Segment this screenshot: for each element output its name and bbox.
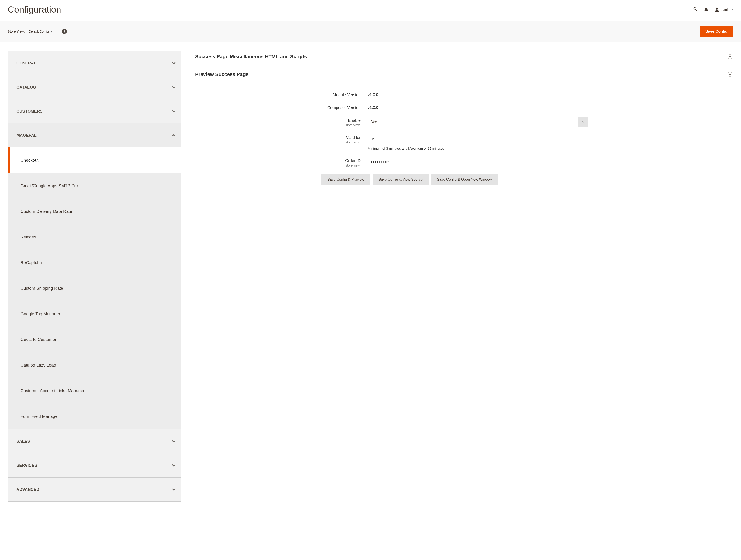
sidebar-section-catalog[interactable]: CATALOG <box>8 75 181 99</box>
sidebar-item[interactable]: Catalog Lazy Load <box>8 352 181 378</box>
sidebar-section-title: CATALOG <box>16 85 36 90</box>
save-config-button[interactable]: Save Config <box>700 26 733 37</box>
sidebar-section-general[interactable]: GENERAL <box>8 51 181 75</box>
sidebar-item[interactable]: Gmail/Google Apps SMTP Pro <box>8 173 181 199</box>
enable-select[interactable]: Yes <box>368 117 588 127</box>
sidebar-item[interactable]: Form Field Manager <box>8 404 181 429</box>
fieldset-preview-success[interactable]: Preview Success Page <box>195 69 733 82</box>
enable-label: Enable <box>348 118 360 123</box>
page-title: Configuration <box>8 4 61 15</box>
order-id-scope: [store view] <box>195 163 360 167</box>
save-config-new-window-button[interactable]: Save Config & Open New Window <box>431 174 498 185</box>
sidebar-item[interactable]: Reindex <box>8 224 181 250</box>
search-icon[interactable] <box>693 7 698 12</box>
sidebar-item[interactable]: Checkout <box>8 147 181 173</box>
store-view-label: Store View: <box>8 30 25 33</box>
chevron-down-icon <box>172 110 176 113</box>
fieldset-success-html[interactable]: Success Page Miscellaneous HTML and Scri… <box>195 51 733 64</box>
composer-version-label: Composer Version <box>327 106 360 110</box>
valid-for-input[interactable] <box>368 134 588 144</box>
enable-select-value: Yes <box>368 117 578 127</box>
admin-username: admin <box>721 8 729 11</box>
store-view-switcher[interactable]: Default Config ▼ <box>29 30 53 33</box>
sidebar-section-sales[interactable]: SALES <box>8 429 181 453</box>
sidebar-item[interactable]: Guest to Customer <box>8 327 181 352</box>
sidebar-section-title: CUSTOMERS <box>16 109 43 114</box>
chevron-down-icon <box>172 85 176 89</box>
sidebar-section-title: ADVANCED <box>16 487 39 492</box>
chevron-down-icon <box>172 488 176 491</box>
save-config-view-source-button[interactable]: Save Config & View Source <box>373 174 429 185</box>
sidebar-section-services[interactable]: SERVICES <box>8 453 181 477</box>
sidebar-section-title: SALES <box>16 439 30 444</box>
sidebar-section-title: GENERAL <box>16 61 37 66</box>
valid-for-note: Minimum of 3 minutes and Maximum of 15 m… <box>368 146 590 150</box>
header-actions: admin ▼ <box>693 7 733 12</box>
user-icon <box>715 7 720 12</box>
chevron-down-icon <box>578 117 588 127</box>
sidebar-section-customers[interactable]: CUSTOMERS <box>8 99 181 123</box>
sidebar-item[interactable]: Google Tag Manager <box>8 301 181 327</box>
config-content: Success Page Miscellaneous HTML and Scri… <box>195 51 733 185</box>
sidebar-item[interactable]: ReCaptcha <box>8 250 181 276</box>
notifications-icon[interactable] <box>704 7 709 12</box>
fieldset-title: Success Page Miscellaneous HTML and Scri… <box>195 54 307 60</box>
order-id-input[interactable] <box>368 157 588 167</box>
valid-for-scope: [store view] <box>195 140 360 144</box>
expand-icon <box>728 72 732 77</box>
fieldset-title: Preview Success Page <box>195 71 249 77</box>
enable-scope: [store view] <box>195 123 360 127</box>
sidebar-item[interactable]: Custom Shipping Rate <box>8 276 181 301</box>
sidebar-section-title: MAGEPAL <box>16 133 37 138</box>
chevron-down-icon <box>172 439 176 443</box>
sidebar-item[interactable]: Custom Delivery Date Rate <box>8 199 181 224</box>
caret-down-icon: ▼ <box>731 8 733 11</box>
admin-user-menu[interactable]: admin ▼ <box>715 7 733 12</box>
help-icon[interactable]: ? <box>62 29 67 34</box>
store-view-value: Default Config <box>29 30 49 33</box>
collapse-icon <box>728 54 732 59</box>
module-version-value: v1.0.0 <box>368 91 590 97</box>
chevron-down-icon <box>172 464 176 467</box>
save-config-preview-button[interactable]: Save Config & Preview <box>321 174 370 185</box>
sidebar-section-title: SERVICES <box>16 463 37 468</box>
sidebar-item[interactable]: Customer Account Links Manager <box>8 378 181 404</box>
order-id-label: Order ID <box>345 158 360 163</box>
sidebar-section-advanced[interactable]: ADVANCED <box>8 478 181 501</box>
config-sidebar: GENERALCATALOGCUSTOMERSMAGEPALCheckoutGm… <box>8 51 181 502</box>
chevron-down-icon <box>172 61 176 65</box>
module-version-label: Module Version <box>333 92 360 97</box>
chevron-up-icon <box>172 134 176 137</box>
composer-version-value: v1.0.0 <box>368 104 590 110</box>
caret-down-icon: ▼ <box>51 30 53 33</box>
sidebar-section-magepal[interactable]: MAGEPAL <box>8 123 181 147</box>
valid-for-label: Valid for <box>346 135 360 140</box>
